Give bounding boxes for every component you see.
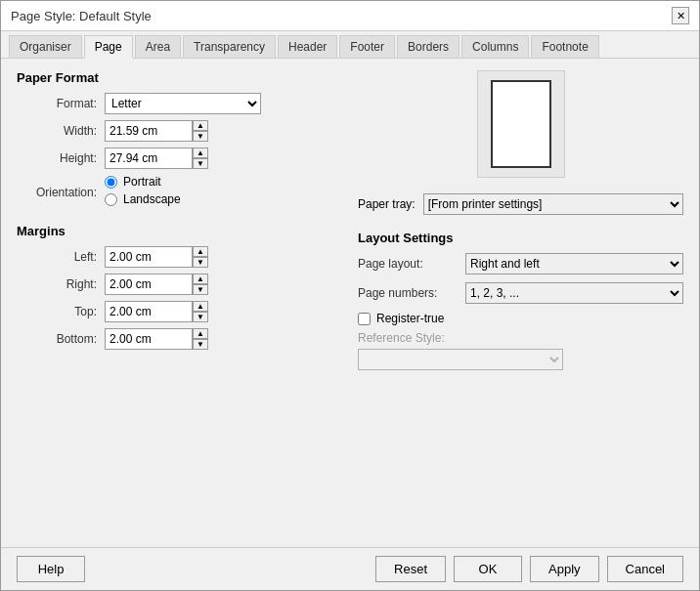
top-spinner: ▲ ▼ (105, 301, 208, 322)
left-row: Left: ▲ ▼ (17, 246, 342, 268)
margins-section: Margins Left: ▲ ▼ Right: (17, 224, 342, 350)
right-spinner-buttons: ▲ ▼ (193, 274, 208, 295)
top-up-button[interactable]: ▲ (193, 301, 208, 312)
reference-style-select (358, 349, 563, 370)
reference-style-label: Reference Style: (358, 331, 683, 345)
bottom-buttons: Help Reset OK Apply Cancel (1, 547, 699, 590)
width-spinner: ▲ ▼ (105, 120, 208, 142)
height-spinner-buttons: ▲ ▼ (193, 148, 208, 169)
left-label: Left: (17, 250, 105, 264)
height-row: Height: ▲ ▼ (17, 148, 342, 169)
width-down-button[interactable]: ▼ (193, 131, 208, 142)
page-numbers-label: Page numbers: (358, 286, 465, 300)
height-input[interactable] (105, 148, 193, 169)
cancel-button[interactable]: Cancel (607, 556, 683, 582)
paper-tray-row: Paper tray: [From printer settings] (358, 193, 683, 215)
width-up-button[interactable]: ▲ (193, 120, 208, 131)
help-button[interactable]: Help (17, 556, 85, 582)
register-true-row: Register-true (358, 312, 683, 325)
tab-header[interactable]: Header (278, 35, 337, 58)
paper-inner (491, 80, 551, 168)
format-select[interactable]: Letter (105, 93, 261, 114)
height-spinner: ▲ ▼ (105, 148, 208, 169)
portrait-radio[interactable] (105, 176, 117, 189)
tab-footer[interactable]: Footer (339, 35, 395, 58)
top-input[interactable] (105, 301, 193, 322)
reset-button[interactable]: Reset (375, 556, 446, 582)
right-input[interactable] (105, 274, 193, 295)
paper-tray-label: Paper tray: (358, 197, 416, 211)
tab-borders[interactable]: Borders (397, 35, 459, 58)
height-up-button[interactable]: ▲ (193, 148, 208, 158)
right-label: Right: (17, 277, 105, 291)
tab-organiser[interactable]: Organiser (9, 35, 82, 58)
page-numbers-select[interactable]: 1, 2, 3, ... A, B, C, ... a, b, c, ... I… (465, 282, 683, 304)
orientation-label: Orientation: (17, 186, 105, 199)
dialog-title: Page Style: Default Style (11, 9, 152, 23)
right-row: Right: ▲ ▼ (17, 274, 342, 295)
left-up-button[interactable]: ▲ (193, 246, 208, 257)
dialog: Page Style: Default Style ✕ Organiser Pa… (0, 0, 700, 591)
title-bar-buttons: ✕ (672, 7, 689, 24)
register-true-checkbox[interactable] (358, 313, 371, 325)
width-row: Width: ▲ ▼ (17, 120, 342, 142)
format-label: Format: (17, 97, 105, 110)
width-label: Width: (17, 124, 105, 138)
title-bar: Page Style: Default Style ✕ (1, 1, 699, 31)
landscape-label: Landscape (123, 192, 181, 206)
margins-title: Margins (17, 224, 342, 238)
layout-settings-title: Layout Settings (358, 231, 683, 245)
tab-footnote[interactable]: Footnote (531, 35, 598, 58)
top-row: Top: ▲ ▼ (17, 301, 342, 322)
left-spinner: ▲ ▼ (105, 246, 208, 268)
right-column: Paper tray: [From printer settings] Layo… (358, 70, 683, 535)
bottom-label: Bottom: (17, 332, 105, 346)
width-spinner-buttons: ▲ ▼ (193, 120, 208, 142)
paper-tray-select[interactable]: [From printer settings] (423, 193, 683, 215)
left-column: Paper Format Format: Letter Width: ▲ (17, 70, 342, 535)
orientation-row: Orientation: Portrait Landscape (17, 175, 342, 210)
page-layout-row: Page layout: Right and left Mirrored Onl… (358, 253, 683, 274)
tab-bar: Organiser Page Area Transparency Header … (1, 31, 699, 59)
tab-area[interactable]: Area (135, 35, 181, 58)
left-input[interactable] (105, 246, 193, 268)
reference-style-row: Reference Style: (358, 331, 683, 370)
bottom-spinner: ▲ ▼ (105, 328, 208, 350)
top-down-button[interactable]: ▼ (193, 312, 208, 322)
paper-preview (477, 70, 565, 178)
page-layout-label: Page layout: (358, 257, 465, 271)
main-content: Paper Format Format: Letter Width: ▲ (1, 59, 699, 547)
page-layout-select[interactable]: Right and left Mirrored Only right Only … (465, 253, 683, 274)
ok-button[interactable]: OK (454, 556, 522, 582)
orientation-radio-group: Portrait Landscape (105, 175, 181, 210)
portrait-label: Portrait (123, 175, 161, 189)
format-row: Format: Letter (17, 93, 342, 114)
bottom-input[interactable] (105, 328, 193, 350)
left-spinner-buttons: ▲ ▼ (193, 246, 208, 268)
width-input[interactable] (105, 120, 193, 142)
top-label: Top: (17, 305, 105, 318)
tab-transparency[interactable]: Transparency (183, 35, 276, 58)
right-down-button[interactable]: ▼ (193, 284, 208, 295)
top-spinner-buttons: ▲ ▼ (193, 301, 208, 322)
page-numbers-row: Page numbers: 1, 2, 3, ... A, B, C, ... … (358, 282, 683, 304)
apply-button[interactable]: Apply (530, 556, 599, 582)
register-true-label: Register-true (376, 312, 444, 325)
right-up-button[interactable]: ▲ (193, 274, 208, 284)
portrait-row: Portrait (105, 175, 181, 189)
left-down-button[interactable]: ▼ (193, 257, 208, 268)
height-down-button[interactable]: ▼ (193, 158, 208, 169)
two-column-layout: Paper Format Format: Letter Width: ▲ (17, 70, 683, 535)
right-spinner: ▲ ▼ (105, 274, 208, 295)
bottom-row: Bottom: ▲ ▼ (17, 328, 342, 350)
tab-columns[interactable]: Columns (461, 35, 529, 58)
close-button[interactable]: ✕ (672, 7, 689, 24)
landscape-radio[interactable] (105, 193, 117, 206)
format-combo: Letter (105, 93, 261, 114)
reference-style-input-container (358, 349, 683, 370)
right-buttons: Reset OK Apply Cancel (375, 556, 683, 582)
bottom-up-button[interactable]: ▲ (193, 328, 208, 339)
bottom-down-button[interactable]: ▼ (193, 339, 208, 350)
paper-format-title: Paper Format (17, 70, 342, 85)
tab-page[interactable]: Page (84, 35, 133, 59)
